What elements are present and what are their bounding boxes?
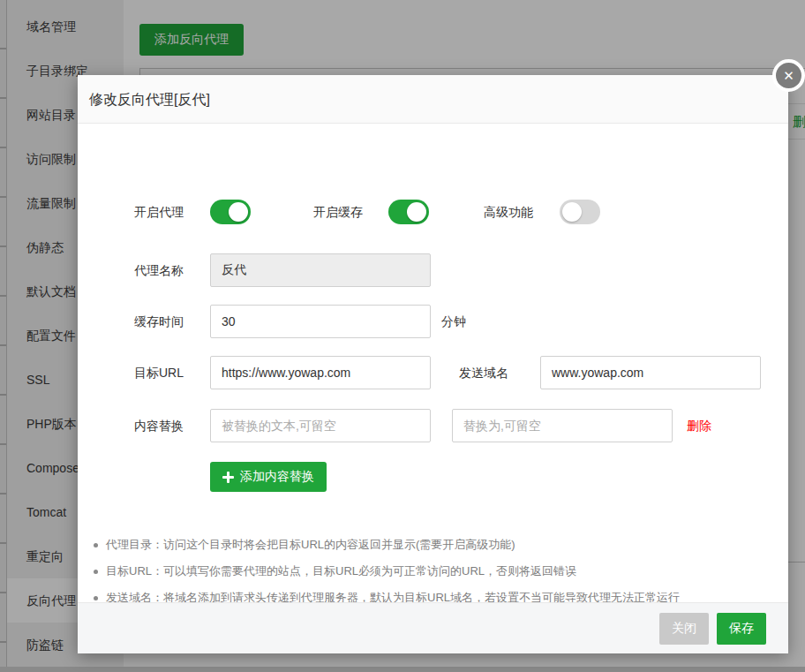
save-button[interactable]: 保存	[717, 613, 766, 645]
content-replace-label: 内容替换	[134, 417, 184, 434]
switch-knob	[562, 202, 582, 222]
add-content-replace-button[interactable]: 添加内容替换	[210, 462, 327, 492]
modal-footer: 关闭 保存	[78, 602, 788, 653]
enable-cache-label: 开启缓存	[313, 203, 363, 221]
advanced-feature-label: 高级功能	[484, 203, 533, 221]
note-item: 代理目录：访问这个目录时将会把目标URL的内容返回并显示(需要开启高级功能)	[94, 532, 680, 558]
proxy-name-input	[210, 253, 431, 287]
switch-knob	[229, 202, 248, 222]
delete-replace-link[interactable]: 删除	[687, 417, 711, 434]
enable-proxy-toggle[interactable]	[210, 200, 251, 224]
cache-time-label: 缓存时间	[134, 313, 184, 330]
edit-reverse-proxy-modal: ✕ 修改反向代理[反代] 开启代理 开启缓存 高级功能 代理名称 缓存时间 分钟…	[78, 75, 788, 653]
close-button[interactable]: 关闭	[659, 613, 709, 645]
plus-icon	[222, 472, 234, 483]
add-content-replace-label: 添加内容替换	[240, 469, 314, 485]
proxy-name-label: 代理名称	[134, 261, 184, 279]
send-domain-label: 发送域名	[459, 364, 508, 381]
modal-close-button[interactable]: ✕	[772, 59, 805, 92]
enable-proxy-label: 开启代理	[134, 203, 184, 221]
replace-to-input[interactable]	[452, 409, 673, 442]
target-url-label: 目标URL	[134, 364, 184, 381]
note-item: 目标URL：可以填写你需要代理的站点，目标URL必须为可正常访问的URL，否则将…	[94, 558, 680, 585]
advanced-feature-toggle[interactable]	[560, 200, 600, 224]
replace-from-input[interactable]	[210, 409, 431, 442]
target-url-input[interactable]	[210, 356, 431, 389]
cache-time-unit: 分钟	[441, 313, 466, 330]
switch-knob	[407, 202, 426, 222]
cache-time-input[interactable]	[210, 305, 431, 338]
modal-title: 修改反向代理[反代]	[78, 75, 788, 124]
modal-header: 修改反向代理[反代]	[78, 75, 788, 124]
close-icon: ✕	[783, 69, 794, 82]
enable-cache-toggle[interactable]	[388, 200, 429, 224]
send-domain-input[interactable]	[540, 356, 761, 389]
